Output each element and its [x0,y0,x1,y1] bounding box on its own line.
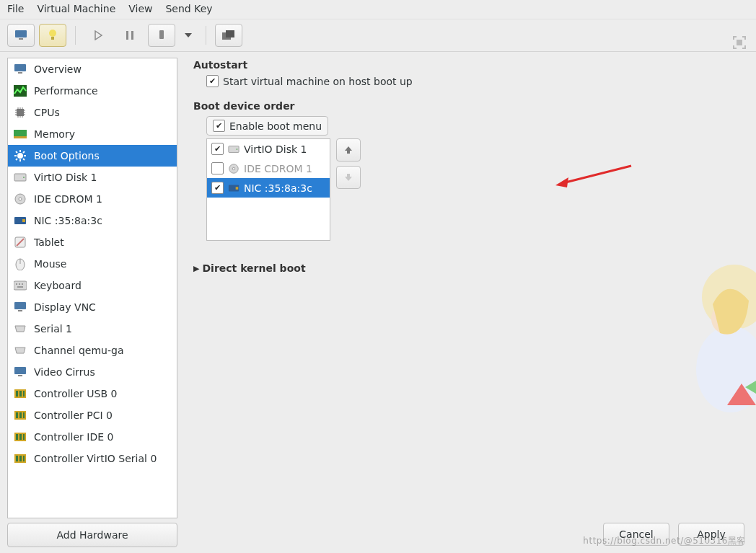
add-hardware-button[interactable]: Add Hardware [7,523,177,547]
controller-icon [14,452,27,465]
nic-icon [228,182,239,194]
toolbar [0,19,756,52]
sidebar-item-nic-35-8a-3c[interactable]: NIC :35:8a:3c [8,210,177,231]
sidebar-item-overview[interactable]: Overview [8,58,177,80]
sidebar-item-mouse[interactable]: Mouse [8,253,177,275]
pause-button[interactable] [116,24,144,47]
svg-point-2 [49,30,56,37]
snapshots-button[interactable] [215,24,242,47]
sidebar-item-memory[interactable]: Memory [8,123,177,145]
boot-device-checkbox[interactable] [211,143,224,155]
sidebar-item-controller-pci-0[interactable]: Controller PCI 0 [8,404,177,426]
boot-device-list[interactable]: VirtIO Disk 1IDE CDROM 1NIC :35:8a:3c [206,138,330,241]
sidebar-item-channel-qemu-ga[interactable]: Channel qemu-ga [8,340,177,361]
sidebar-item-tablet[interactable]: Tablet [8,231,177,253]
fullscreen-button[interactable] [731,35,747,53]
svg-rect-46 [19,391,22,397]
tablet-icon [14,236,27,249]
enable-boot-menu-label: Enable boot menu [229,120,322,132]
sidebar-item-label: Serial 1 [34,323,72,335]
sidebar-item-boot-options[interactable]: Boot Options [8,145,177,167]
boot-device-label: IDE CDROM 1 [244,163,312,174]
sidebar-item-label: IDE CDROM 1 [34,193,102,205]
sidebar-item-label: Mouse [34,258,66,270]
sidebar-item-label: Video Cirrus [34,366,95,378]
svg-line-66 [563,166,631,183]
svg-line-24 [23,151,25,153]
sidebar-item-virtio-disk-1[interactable]: VirtIO Disk 1 [8,167,177,188]
console-view-button[interactable] [7,24,35,47]
svg-rect-47 [23,391,25,397]
svg-point-16 [17,153,23,159]
arrow-down-icon [343,172,354,183]
svg-rect-8 [226,30,234,37]
boot-move-down-button[interactable] [336,166,361,189]
boot-device-checkbox[interactable] [211,182,224,194]
fullscreen-icon [731,35,747,50]
boot-move-up-button[interactable] [336,138,361,162]
menu-view[interactable]: View [128,3,152,14]
enable-boot-menu-checkbox[interactable] [213,120,225,132]
svg-rect-54 [19,434,22,440]
hardware-sidebar: OverviewPerformanceCPUsMemoryBoot Option… [0,52,180,553]
direct-kernel-boot-label: Direct kernel boot [202,262,305,274]
disk-icon [228,143,239,155]
hardware-list[interactable]: OverviewPerformanceCPUsMemoryBoot Option… [7,58,177,518]
menu-file[interactable]: File [7,3,24,14]
svg-marker-67 [555,177,568,187]
svg-rect-50 [19,412,22,418]
details-view-button[interactable] [39,24,66,47]
svg-rect-57 [16,456,18,461]
run-button[interactable] [84,24,112,47]
annotation-arrow [555,162,635,190]
sidebar-item-ide-cdrom-1[interactable]: IDE CDROM 1 [8,188,177,210]
sidebar-item-label: Boot Options [34,150,100,162]
svg-rect-59 [23,456,25,461]
sidebar-item-controller-usb-0[interactable]: Controller USB 0 [8,383,177,404]
disk-icon [14,171,27,184]
sidebar-item-serial-1[interactable]: Serial 1 [8,318,177,340]
mouse-icon [14,257,27,270]
svg-rect-15 [14,136,27,138]
boot-device-label: NIC :35:8a:3c [244,182,312,194]
boot-device-row[interactable]: IDE CDROM 1 [207,159,330,178]
boot-device-row[interactable]: NIC :35:8a:3c [207,178,330,198]
boot-order-heading: Boot device order [193,100,742,112]
monitor-icon [14,301,27,314]
svg-point-28 [19,198,22,200]
sidebar-item-label: Performance [34,85,98,97]
autostart-checkbox[interactable] [206,75,219,87]
svg-line-23 [16,159,17,160]
sidebar-item-controller-ide-0[interactable]: Controller IDE 0 [8,426,177,448]
controller-icon [14,387,27,400]
sidebar-item-label: Controller USB 0 [34,388,117,399]
svg-rect-40 [14,302,26,309]
menu-send-key[interactable]: Send Key [165,3,212,14]
sidebar-item-keyboard[interactable]: Keyboard [8,275,177,296]
sidebar-item-label: CPUs [34,107,60,118]
svg-rect-37 [19,283,20,285]
sidebar-item-performance[interactable]: Performance [8,80,177,102]
sidebar-item-controller-virtio-serial-0[interactable]: Controller VirtIO Serial 0 [8,448,177,469]
boot-device-label: VirtIO Disk 1 [244,143,307,155]
nic-icon [14,214,27,227]
svg-rect-51 [23,412,25,418]
watermark-text: https://blog.csdn.net/@510316黑客 [583,535,746,547]
menu-virtual-machine[interactable]: Virtual Machine [37,3,115,14]
sidebar-item-display-vnc[interactable]: Display VNC [8,296,177,318]
chevron-right-icon: ▶ [193,264,199,273]
svg-rect-35 [14,281,27,290]
boot-options-pane: Autostart Start virtual machine on host … [180,52,756,553]
add-hardware-label: Add Hardware [56,529,128,541]
sidebar-item-video-cirrus[interactable]: Video Cirrus [8,361,177,383]
boot-device-row[interactable]: VirtIO Disk 1 [207,139,330,159]
boot-device-checkbox[interactable] [211,162,224,174]
shutdown-menu-button[interactable] [180,24,197,47]
direct-kernel-boot-expander[interactable]: ▶ Direct kernel boot [193,262,742,274]
sidebar-item-cpus[interactable]: CPUs [8,102,177,123]
svg-rect-42 [14,367,26,374]
power-icon [157,30,166,41]
sidebar-item-label: NIC :35:8a:3c [34,215,102,226]
shutdown-button[interactable] [148,24,175,47]
svg-rect-1 [19,38,23,40]
